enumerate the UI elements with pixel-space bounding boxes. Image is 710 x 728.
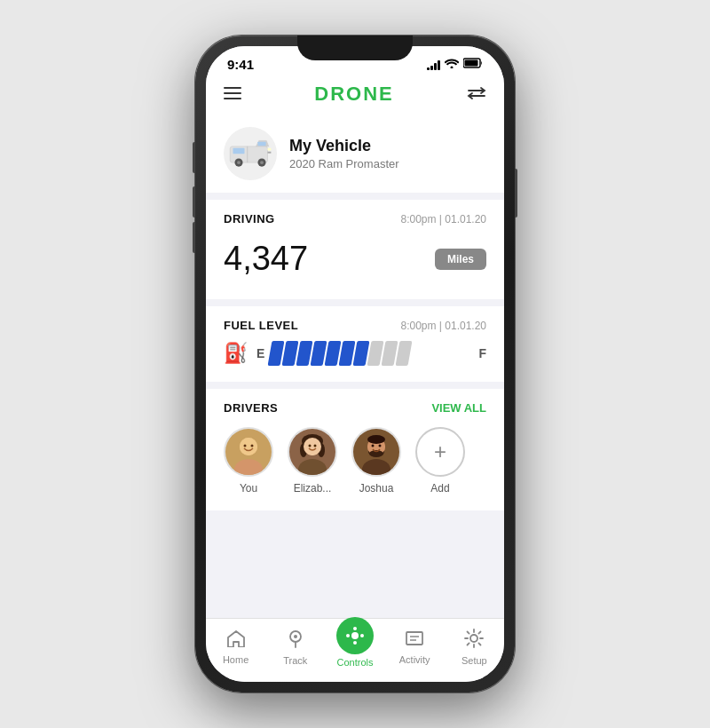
signal-icon [427, 59, 440, 70]
svg-rect-13 [268, 148, 272, 151]
top-nav: DRONE [206, 75, 504, 115]
vehicle-avatar [224, 127, 277, 180]
bottom-nav: Home Track [206, 618, 504, 682]
main-content: My Vehicle 2020 Ram Promaster DRIVING 8:… [206, 115, 504, 618]
vehicle-info: My Vehicle 2020 Ram Promaster [289, 137, 399, 170]
vehicle-subtitle: 2020 Ram Promaster [289, 157, 399, 170]
wifi-icon [445, 58, 459, 71]
driver-add[interactable]: + Add [415, 427, 465, 495]
odometer-value: 4,347 [224, 240, 308, 278]
svg-point-28 [309, 445, 312, 447]
nav-activity-label: Activity [399, 654, 430, 665]
fuel-title: FUEL LEVEL [224, 319, 298, 332]
controls-icon [336, 617, 374, 654]
view-all-button[interactable]: VIEW ALL [431, 401, 486, 415]
svg-point-29 [314, 445, 317, 447]
driving-header: DRIVING 8:00pm | 01.01.20 [224, 212, 486, 226]
nav-activity[interactable]: Activity [392, 629, 437, 665]
nav-home-label: Home [223, 654, 248, 665]
fuel-label-e: E [256, 346, 264, 360]
svg-point-36 [372, 445, 375, 447]
miles-badge[interactable]: Miles [435, 249, 486, 270]
svg-point-27 [304, 438, 321, 455]
svg-point-43 [353, 641, 357, 645]
notch [297, 36, 413, 60]
fuel-label-f: F [478, 346, 486, 360]
svg-point-37 [379, 445, 382, 447]
driver-you-avatar [224, 427, 273, 477]
nav-track-label: Track [283, 655, 307, 666]
fuel-header: FUEL LEVEL 8:00pm | 01.01.20 [224, 319, 486, 332]
nav-setup-label: Setup [462, 655, 487, 666]
fuel-pump-icon: ⛽ [224, 342, 248, 365]
hamburger-icon[interactable] [224, 85, 241, 104]
fuel-gauge: E F [256, 341, 486, 366]
driver-joshua-avatar [351, 427, 401, 477]
home-icon [226, 629, 246, 652]
spacer [206, 518, 504, 535]
nav-home[interactable]: Home [214, 629, 258, 665]
drivers-title: DRIVERS [224, 401, 278, 415]
svg-point-41 [351, 632, 359, 639]
nav-controls-label: Controls [336, 657, 373, 668]
phone-shell: 9:41 [195, 36, 515, 692]
drivers-header: DRIVERS VIEW ALL [224, 401, 486, 415]
setup-icon [464, 629, 484, 653]
svg-point-18 [240, 438, 257, 455]
fuel-timestamp: 8:00pm | 01.01.20 [400, 320, 486, 332]
track-icon [287, 629, 304, 653]
svg-point-40 [294, 635, 297, 638]
driver-elizabeth[interactable]: Elizab... [288, 427, 337, 495]
svg-point-42 [353, 627, 357, 630]
nav-track[interactable]: Track [273, 629, 318, 666]
driver-joshua-label: Joshua [359, 482, 394, 495]
driver-you[interactable]: You [224, 427, 273, 495]
nav-controls[interactable]: Controls [333, 626, 377, 668]
driver-joshua[interactable]: Joshua [351, 427, 401, 495]
add-driver-avatar: + [415, 427, 465, 477]
status-icons [427, 58, 483, 71]
svg-rect-2 [224, 87, 241, 89]
svg-rect-6 [257, 142, 265, 146]
driving-timestamp: 8:00pm | 01.01.20 [400, 213, 486, 226]
screen: 9:41 [206, 46, 504, 682]
drivers-row: You [224, 427, 486, 495]
driver-you-label: You [240, 482, 257, 495]
status-time: 9:41 [227, 57, 254, 72]
vehicle-card: My Vehicle 2020 Ram Promaster [206, 115, 504, 193]
drivers-card: DRIVERS VIEW ALL [206, 389, 504, 510]
nav-setup[interactable]: Setup [452, 629, 496, 666]
activity-icon [406, 629, 423, 652]
svg-rect-46 [406, 632, 422, 645]
fuel-card: FUEL LEVEL 8:00pm | 01.01.20 ⛽ E F [206, 306, 504, 382]
driving-card: DRIVING 8:00pm | 01.01.20 4,347 Miles [206, 200, 504, 299]
svg-rect-7 [233, 148, 245, 154]
fuel-bar-container [270, 341, 473, 366]
driving-title: DRIVING [224, 212, 275, 226]
svg-rect-14 [268, 152, 272, 154]
svg-point-49 [470, 635, 477, 642]
svg-point-45 [360, 634, 364, 637]
svg-point-20 [251, 445, 254, 447]
add-driver-label: Add [430, 482, 449, 495]
svg-point-44 [346, 634, 350, 637]
svg-point-10 [237, 161, 241, 164]
svg-rect-3 [224, 92, 241, 94]
app-title: DRONE [314, 83, 393, 106]
svg-rect-4 [224, 98, 241, 99]
battery-icon [463, 58, 483, 71]
odometer-row: 4,347 Miles [224, 234, 486, 283]
driver-elizabeth-avatar [288, 427, 337, 477]
add-icon: + [434, 441, 446, 463]
transfer-icon[interactable] [467, 85, 486, 104]
fuel-bar-empty [396, 341, 413, 366]
svg-point-12 [260, 161, 264, 164]
fuel-row: ⛽ E F [224, 341, 486, 366]
svg-point-19 [244, 445, 247, 447]
driver-elizabeth-label: Elizab... [294, 482, 332, 495]
svg-point-38 [367, 435, 385, 444]
vehicle-name: My Vehicle [289, 137, 399, 155]
svg-rect-1 [465, 60, 478, 67]
